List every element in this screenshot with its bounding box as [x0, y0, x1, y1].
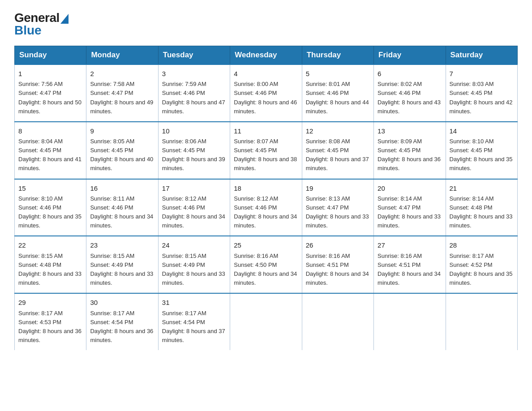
day-info: Sunrise: 8:11 AMSunset: 4:46 PMDaylight:…: [90, 195, 153, 229]
week-row-3: 15Sunrise: 8:10 AMSunset: 4:46 PMDayligh…: [15, 179, 518, 236]
day-info: Sunrise: 8:13 AMSunset: 4:47 PMDaylight:…: [306, 195, 369, 229]
day-info: Sunrise: 8:17 AMSunset: 4:54 PMDaylight:…: [162, 310, 225, 343]
calendar-cell: 11Sunrise: 8:07 AMSunset: 4:45 PMDayligh…: [230, 122, 302, 179]
day-info: Sunrise: 8:12 AMSunset: 4:46 PMDaylight:…: [162, 195, 225, 229]
day-number: 29: [18, 297, 82, 308]
calendar-cell: 27Sunrise: 8:16 AMSunset: 4:51 PMDayligh…: [374, 236, 446, 293]
calendar-cell: 20Sunrise: 8:14 AMSunset: 4:47 PMDayligh…: [374, 179, 446, 236]
day-number: 13: [378, 126, 442, 136]
weekday-header-thursday: Thursday: [302, 46, 373, 65]
day-number: 16: [90, 183, 154, 193]
calendar-cell: 15Sunrise: 8:10 AMSunset: 4:46 PMDayligh…: [15, 179, 86, 236]
day-number: 4: [234, 68, 298, 79]
day-info: Sunrise: 8:10 AMSunset: 4:46 PMDaylight:…: [18, 195, 82, 229]
day-number: 25: [234, 240, 298, 250]
calendar-cell: [302, 293, 373, 350]
day-number: 28: [450, 240, 514, 250]
day-info: Sunrise: 8:03 AMSunset: 4:45 PMDaylight:…: [450, 81, 513, 114]
day-info: Sunrise: 8:14 AMSunset: 4:47 PMDaylight:…: [378, 195, 441, 229]
calendar-cell: 18Sunrise: 8:12 AMSunset: 4:46 PMDayligh…: [230, 179, 302, 236]
calendar-cell: 28Sunrise: 8:17 AMSunset: 4:52 PMDayligh…: [446, 236, 517, 293]
weekday-header-friday: Friday: [374, 46, 446, 65]
day-number: 11: [234, 126, 298, 136]
calendar-cell: 9Sunrise: 8:05 AMSunset: 4:45 PMDaylight…: [86, 122, 158, 179]
calendar-cell: 3Sunrise: 7:59 AMSunset: 4:46 PMDaylight…: [158, 64, 230, 122]
day-info: Sunrise: 8:12 AMSunset: 4:46 PMDaylight:…: [234, 195, 297, 229]
day-info: Sunrise: 7:59 AMSunset: 4:46 PMDaylight:…: [162, 81, 225, 114]
calendar-cell: 24Sunrise: 8:15 AMSunset: 4:49 PMDayligh…: [158, 236, 230, 293]
weekday-header-wednesday: Wednesday: [230, 46, 302, 65]
day-number: 8: [18, 126, 82, 136]
calendar-cell: 12Sunrise: 8:08 AMSunset: 4:45 PMDayligh…: [302, 122, 373, 179]
day-info: Sunrise: 7:56 AMSunset: 4:47 PMDaylight:…: [18, 81, 82, 114]
calendar-cell: 29Sunrise: 8:17 AMSunset: 4:53 PMDayligh…: [15, 293, 86, 350]
calendar-cell: 23Sunrise: 8:15 AMSunset: 4:49 PMDayligh…: [86, 236, 158, 293]
weekday-header-monday: Monday: [86, 46, 158, 65]
calendar-cell: 4Sunrise: 8:00 AMSunset: 4:46 PMDaylight…: [230, 64, 302, 122]
calendar-cell: 22Sunrise: 8:15 AMSunset: 4:48 PMDayligh…: [15, 236, 86, 293]
day-number: 21: [450, 183, 514, 193]
day-number: 18: [234, 183, 298, 193]
day-number: 24: [162, 240, 226, 250]
day-info: Sunrise: 8:04 AMSunset: 4:45 PMDaylight:…: [18, 138, 82, 171]
day-info: Sunrise: 8:16 AMSunset: 4:51 PMDaylight:…: [306, 253, 369, 286]
day-info: Sunrise: 8:15 AMSunset: 4:48 PMDaylight:…: [18, 253, 82, 286]
day-number: 14: [450, 126, 514, 136]
weekday-header-tuesday: Tuesday: [158, 46, 230, 65]
calendar-cell: 30Sunrise: 8:17 AMSunset: 4:54 PMDayligh…: [86, 293, 158, 350]
calendar-cell: 2Sunrise: 7:58 AMSunset: 4:47 PMDaylight…: [86, 64, 158, 122]
week-row-4: 22Sunrise: 8:15 AMSunset: 4:48 PMDayligh…: [15, 236, 518, 293]
day-number: 6: [378, 68, 442, 79]
logo-triangle-icon: [60, 14, 69, 24]
day-info: Sunrise: 8:17 AMSunset: 4:54 PMDaylight:…: [90, 310, 153, 343]
calendar-cell: 5Sunrise: 8:01 AMSunset: 4:46 PMDaylight…: [302, 64, 373, 122]
day-number: 30: [90, 297, 154, 308]
week-row-5: 29Sunrise: 8:17 AMSunset: 4:53 PMDayligh…: [15, 293, 518, 350]
day-number: 15: [18, 183, 82, 193]
day-number: 17: [162, 183, 226, 193]
page-header: General Blue: [14, 11, 518, 38]
day-number: 27: [378, 240, 442, 250]
day-number: 9: [90, 126, 154, 136]
day-info: Sunrise: 8:09 AMSunset: 4:45 PMDaylight:…: [378, 138, 441, 171]
calendar-cell: 13Sunrise: 8:09 AMSunset: 4:45 PMDayligh…: [374, 122, 446, 179]
logo: General Blue: [14, 11, 69, 38]
calendar-cell: [230, 293, 302, 350]
week-row-1: 1Sunrise: 7:56 AMSunset: 4:47 PMDaylight…: [15, 64, 518, 122]
week-row-2: 8Sunrise: 8:04 AMSunset: 4:45 PMDaylight…: [15, 122, 518, 179]
day-number: 22: [18, 240, 82, 250]
calendar-cell: 25Sunrise: 8:16 AMSunset: 4:50 PMDayligh…: [230, 236, 302, 293]
calendar-cell: 21Sunrise: 8:14 AMSunset: 4:48 PMDayligh…: [446, 179, 517, 236]
day-info: Sunrise: 8:08 AMSunset: 4:45 PMDaylight:…: [306, 138, 369, 171]
day-info: Sunrise: 8:14 AMSunset: 4:48 PMDaylight:…: [450, 195, 513, 229]
day-info: Sunrise: 8:05 AMSunset: 4:45 PMDaylight:…: [90, 138, 153, 171]
calendar-cell: 1Sunrise: 7:56 AMSunset: 4:47 PMDaylight…: [15, 64, 86, 122]
day-number: 20: [378, 183, 442, 193]
day-info: Sunrise: 8:07 AMSunset: 4:45 PMDaylight:…: [234, 138, 297, 171]
day-info: Sunrise: 8:17 AMSunset: 4:52 PMDaylight:…: [450, 253, 513, 286]
day-info: Sunrise: 8:01 AMSunset: 4:46 PMDaylight:…: [306, 81, 369, 114]
weekday-header-saturday: Saturday: [446, 46, 517, 65]
day-number: 31: [162, 297, 226, 308]
calendar-table: SundayMondayTuesdayWednesdayThursdayFrid…: [14, 46, 518, 350]
day-number: 2: [90, 68, 154, 79]
day-number: 26: [306, 240, 370, 250]
calendar-cell: [446, 293, 517, 350]
day-info: Sunrise: 8:10 AMSunset: 4:45 PMDaylight:…: [450, 138, 513, 171]
day-number: 23: [90, 240, 154, 250]
day-info: Sunrise: 8:00 AMSunset: 4:46 PMDaylight:…: [234, 81, 297, 114]
calendar-cell: 31Sunrise: 8:17 AMSunset: 4:54 PMDayligh…: [158, 293, 230, 350]
calendar-cell: 19Sunrise: 8:13 AMSunset: 4:47 PMDayligh…: [302, 179, 373, 236]
day-number: 3: [162, 68, 226, 79]
day-number: 1: [18, 68, 82, 79]
day-number: 7: [450, 68, 514, 79]
calendar-cell: 26Sunrise: 8:16 AMSunset: 4:51 PMDayligh…: [302, 236, 373, 293]
calendar-cell: 8Sunrise: 8:04 AMSunset: 4:45 PMDaylight…: [15, 122, 86, 179]
day-number: 10: [162, 126, 226, 136]
logo-blue-text: Blue: [14, 23, 42, 38]
day-info: Sunrise: 8:17 AMSunset: 4:53 PMDaylight:…: [18, 310, 82, 343]
day-number: 12: [306, 126, 370, 136]
day-number: 19: [306, 183, 370, 193]
day-info: Sunrise: 8:16 AMSunset: 4:50 PMDaylight:…: [234, 253, 297, 286]
calendar-cell: 14Sunrise: 8:10 AMSunset: 4:45 PMDayligh…: [446, 122, 517, 179]
